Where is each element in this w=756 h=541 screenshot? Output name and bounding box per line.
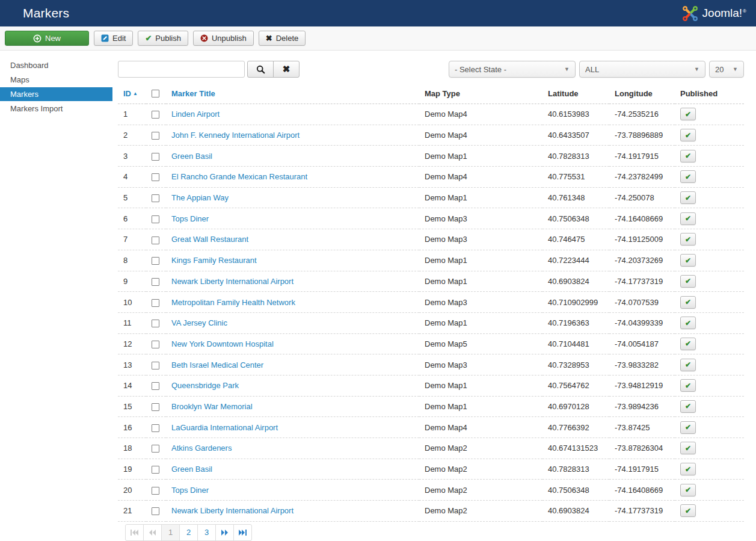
published-toggle-button[interactable]: ✔ [680,338,696,350]
row-checkbox[interactable] [152,424,159,432]
published-toggle-button[interactable]: ✔ [680,170,696,183]
pagination-page-2[interactable]: 2 [179,524,198,541]
marker-title-link[interactable]: Metropolitan Family Health Network [171,298,295,307]
row-latitude: 40.775531 [542,167,609,188]
published-toggle-button[interactable]: ✔ [680,379,696,392]
marker-title-link[interactable]: Beth Israel Medical Center [171,360,263,369]
published-toggle-button[interactable]: ✔ [680,421,696,434]
publish-button[interactable]: ✔ Publish [138,31,188,46]
row-id: 4 [118,167,146,188]
pagination-first-button[interactable] [125,524,144,541]
row-checkbox[interactable] [152,320,159,327]
published-check-icon: ✔ [685,194,691,202]
sidebar-item-markers-import[interactable]: Markers Import [0,102,112,116]
row-checkbox[interactable] [152,236,159,244]
marker-title-link[interactable]: Newark Liberty International Airport [171,506,293,515]
search-input[interactable] [118,61,245,78]
pagination-prev-button[interactable] [143,524,162,541]
marker-title-link[interactable]: VA Jersey Clinic [171,318,227,327]
marker-title-link[interactable]: Green Basil [171,465,212,474]
marker-title-link[interactable]: El Rancho Grande Mexican Restaurant [171,172,307,181]
row-checkbox[interactable] [152,111,159,119]
published-check-icon: ✔ [685,236,691,243]
search-button[interactable] [247,61,274,78]
row-checkbox[interactable] [152,362,159,369]
pagination-last-button[interactable] [233,524,252,541]
row-map-type: Demo Map4 [419,125,542,146]
marker-title-link[interactable]: The Appian Way [171,193,229,202]
sort-by-title-link[interactable]: Marker Title [171,89,215,98]
published-toggle-button[interactable]: ✔ [680,233,696,246]
row-checkbox[interactable] [152,341,159,348]
published-toggle-button[interactable]: ✔ [680,317,696,329]
row-id: 6 [118,208,146,229]
delete-button[interactable]: ✖ Delete [259,31,306,46]
row-checkbox[interactable] [152,487,159,495]
published-toggle-button[interactable]: ✔ [680,191,696,204]
pagination-page-3[interactable]: 3 [197,524,216,541]
marker-title-link[interactable]: Green Basil [171,152,212,161]
row-checkbox[interactable] [152,173,159,181]
clear-search-button[interactable]: ✖ [273,61,300,78]
published-toggle-button[interactable]: ✔ [680,254,696,267]
row-checkbox[interactable] [152,257,159,265]
published-check-icon: ✔ [685,320,691,327]
row-checkbox[interactable] [152,466,159,474]
pagination-next-button[interactable] [215,524,234,541]
row-longitude: -73.9894236 [609,396,675,417]
row-longitude: -73.9833282 [609,354,675,376]
pagination-page-1[interactable]: 1 [161,524,180,541]
row-checkbox[interactable] [152,215,159,223]
published-toggle-button[interactable]: ✔ [680,212,696,225]
row-checkbox[interactable] [152,403,159,411]
row-checkbox[interactable] [152,507,159,515]
row-map-type: Demo Map1 [419,375,542,396]
row-checkbox[interactable] [152,382,159,390]
marker-title-link[interactable]: Linden Airport [171,110,220,119]
row-checkbox[interactable] [152,445,159,453]
filter-bar: ✖ - Select State - ▼ ALL ▼ 20 ▼ [118,61,744,78]
select-all-checkbox[interactable] [152,90,159,97]
published-toggle-button[interactable]: ✔ [680,275,696,288]
marker-title-link[interactable]: Tops Diner [171,214,209,223]
row-checkbox[interactable] [152,194,159,202]
published-toggle-button[interactable]: ✔ [680,129,696,141]
marker-title-link[interactable]: LaGuardia International Airport [171,423,278,432]
published-toggle-button[interactable]: ✔ [680,463,696,475]
published-toggle-button[interactable]: ✔ [680,504,696,517]
published-toggle-button[interactable]: ✔ [680,296,696,309]
published-toggle-button[interactable]: ✔ [680,442,696,454]
state-select[interactable]: - Select State - ▼ [449,61,576,78]
marker-title-link[interactable]: Queensbridge Park [171,381,239,390]
new-button[interactable]: New [5,31,89,46]
published-toggle-button[interactable]: ✔ [680,150,696,162]
sidebar-item-markers[interactable]: Markers [0,87,112,101]
marker-title-link[interactable]: Great Wall Restaurant [171,235,248,244]
marker-title-link[interactable]: Atkins Gardeners [171,444,232,453]
unpublish-button[interactable]: Unpublish [193,31,254,46]
limit-select[interactable]: 20 ▼ [709,61,744,78]
marker-title-link[interactable]: Kings Family Restaurant [171,256,257,265]
row-checkbox[interactable] [152,278,159,286]
edit-button[interactable]: Edit [94,31,133,46]
published-toggle-button[interactable]: ✔ [680,108,696,120]
marker-title-link[interactable]: Newark Liberty International Airport [171,277,293,286]
sidebar-item-dashboard[interactable]: Dashboard [0,58,112,72]
row-longitude: -74.17737319 [609,271,675,292]
marker-title-link[interactable]: Brooklyn War Memorial [171,402,253,411]
row-id: 15 [118,396,146,417]
published-toggle-button[interactable]: ✔ [680,484,696,496]
row-checkbox[interactable] [152,153,159,161]
map-select[interactable]: ALL ▼ [579,61,705,78]
row-checkbox[interactable] [152,299,159,307]
published-toggle-button[interactable]: ✔ [680,359,696,371]
search-group: ✖ [118,61,300,78]
marker-title-link[interactable]: John F. Kennedy International Airport [171,131,300,140]
row-checkbox[interactable] [152,132,159,140]
sidebar-item-maps[interactable]: Maps [0,73,112,87]
row-longitude: -73.78896889 [609,125,675,146]
sort-by-id-link[interactable]: ID [123,89,131,98]
published-toggle-button[interactable]: ✔ [680,400,696,413]
marker-title-link[interactable]: New York Downtown Hospital [171,339,274,348]
marker-title-link[interactable]: Tops Diner [171,486,209,495]
